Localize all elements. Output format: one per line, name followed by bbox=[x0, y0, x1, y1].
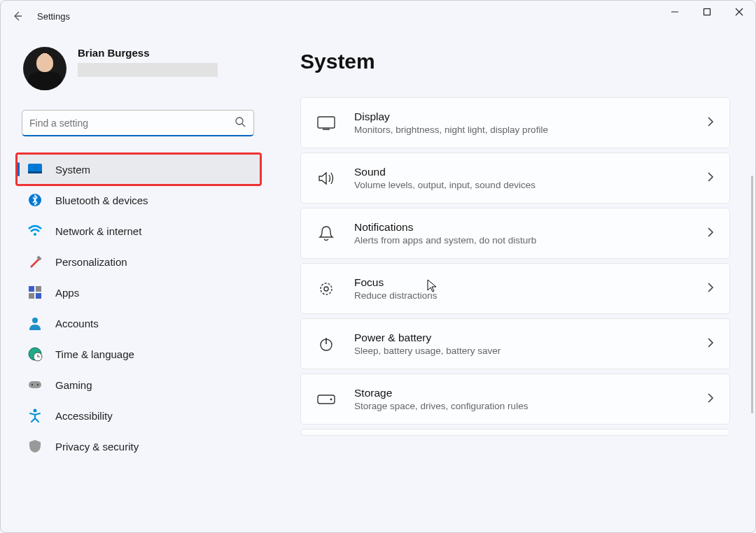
profile-email-redacted bbox=[78, 63, 218, 77]
sidebar-item-accessibility[interactable]: Accessibility bbox=[18, 401, 260, 430]
maximize-button[interactable] bbox=[691, 1, 723, 23]
svg-point-19 bbox=[34, 409, 37, 413]
bell-icon bbox=[316, 224, 336, 243]
avatar bbox=[23, 47, 66, 90]
maximize-icon bbox=[703, 8, 711, 16]
sound-icon bbox=[316, 169, 336, 188]
svg-point-7 bbox=[34, 233, 36, 236]
sidebar-item-label: Bluetooth & devices bbox=[55, 194, 148, 206]
profile-name: Brian Burgess bbox=[78, 47, 218, 59]
chevron-right-icon bbox=[707, 282, 714, 296]
display-icon bbox=[316, 113, 336, 133]
close-button[interactable] bbox=[723, 1, 755, 23]
sidebar-item-apps[interactable]: Apps bbox=[18, 278, 260, 307]
svg-point-18 bbox=[37, 384, 38, 385]
settings-card-focus[interactable]: Focus Reduce distractions bbox=[300, 263, 730, 314]
sidebar-item-label: Time & language bbox=[55, 348, 134, 360]
card-subtitle: Alerts from apps and system, do not dist… bbox=[354, 235, 689, 246]
card-subtitle: Volume levels, output, input, sound devi… bbox=[354, 180, 689, 190]
sidebar-item-label: Apps bbox=[55, 287, 79, 299]
sidebar-item-gaming[interactable]: Gaming bbox=[18, 370, 260, 399]
svg-line-3 bbox=[242, 124, 245, 127]
back-arrow-icon bbox=[12, 10, 23, 22]
card-subtitle: Sleep, battery usage, battery saver bbox=[354, 346, 689, 356]
chevron-right-icon bbox=[707, 337, 714, 351]
settings-card-display[interactable]: Display Monitors, brightness, night ligh… bbox=[300, 97, 730, 148]
sidebar-item-personalization[interactable]: Personalization bbox=[18, 247, 260, 276]
wifi-icon bbox=[27, 223, 43, 239]
shield-icon bbox=[27, 439, 43, 454]
sidebar-item-label: Accounts bbox=[55, 318, 99, 329]
svg-rect-20 bbox=[318, 117, 335, 128]
apps-icon bbox=[27, 285, 43, 300]
brush-icon bbox=[27, 254, 43, 269]
minimize-icon bbox=[671, 8, 679, 16]
sidebar-item-label: Personalization bbox=[55, 256, 127, 268]
search-icon bbox=[234, 116, 246, 130]
back-button[interactable] bbox=[6, 5, 29, 27]
settings-card-power[interactable]: Power & battery Sleep, battery usage, ba… bbox=[300, 318, 730, 369]
sidebar-item-label: System bbox=[55, 164, 90, 176]
sidebar-item-network[interactable]: Network & internet bbox=[18, 216, 260, 246]
card-title: Storage bbox=[354, 387, 689, 399]
card-subtitle: Monitors, brightness, night light, displ… bbox=[354, 125, 689, 135]
sidebar-item-accounts[interactable]: Accounts bbox=[18, 308, 260, 338]
svg-rect-12 bbox=[36, 293, 41, 299]
sidebar-item-system[interactable]: System bbox=[18, 155, 260, 184]
focus-icon bbox=[316, 279, 336, 299]
svg-point-17 bbox=[31, 384, 33, 385]
svg-point-27 bbox=[330, 398, 332, 400]
sidebar-item-label: Accessibility bbox=[55, 410, 113, 422]
sidebar-item-time-language[interactable]: Time & language bbox=[18, 339, 260, 369]
card-title: Sound bbox=[354, 166, 689, 178]
chevron-right-icon bbox=[707, 227, 714, 241]
gamepad-icon bbox=[27, 377, 43, 392]
system-icon bbox=[27, 162, 43, 177]
sidebar-item-label: Privacy & security bbox=[55, 441, 139, 453]
card-subtitle: Reduce distractions bbox=[354, 290, 689, 301]
settings-card-storage[interactable]: Storage Storage space, drives, configura… bbox=[300, 374, 730, 425]
window-title: Settings bbox=[37, 11, 70, 22]
card-subtitle: Storage space, drives, configuration rul… bbox=[354, 401, 689, 411]
svg-rect-9 bbox=[29, 286, 34, 292]
bluetooth-icon bbox=[27, 192, 43, 208]
svg-rect-10 bbox=[36, 286, 41, 292]
sidebar-item-label: Network & internet bbox=[55, 225, 141, 237]
svg-point-23 bbox=[324, 287, 328, 291]
svg-point-22 bbox=[321, 283, 332, 294]
scrollbar[interactable] bbox=[751, 176, 753, 413]
close-icon bbox=[735, 8, 743, 16]
card-title: Display bbox=[354, 111, 689, 123]
person-icon bbox=[27, 315, 43, 331]
power-icon bbox=[316, 334, 336, 354]
chevron-right-icon bbox=[707, 392, 714, 406]
sidebar-item-privacy[interactable]: Privacy & security bbox=[18, 432, 260, 461]
svg-point-13 bbox=[32, 318, 38, 323]
user-profile[interactable]: Brian Burgess bbox=[23, 47, 260, 90]
settings-card-sound[interactable]: Sound Volume levels, output, input, soun… bbox=[300, 152, 730, 204]
card-title: Focus bbox=[354, 276, 689, 289]
svg-rect-11 bbox=[29, 293, 34, 299]
svg-rect-5 bbox=[28, 171, 42, 173]
chevron-right-icon bbox=[707, 116, 714, 130]
storage-icon bbox=[316, 390, 336, 409]
minimize-button[interactable] bbox=[659, 1, 691, 23]
svg-rect-1 bbox=[704, 9, 710, 15]
page-title: System bbox=[300, 50, 730, 73]
svg-point-2 bbox=[236, 118, 243, 125]
search-input[interactable] bbox=[22, 110, 254, 136]
svg-rect-16 bbox=[29, 381, 41, 388]
card-title: Power & battery bbox=[354, 332, 689, 344]
sidebar-item-bluetooth[interactable]: Bluetooth & devices bbox=[18, 185, 260, 215]
accessibility-icon bbox=[27, 408, 43, 423]
settings-card-partial[interactable] bbox=[300, 429, 730, 436]
sidebar-item-label: Gaming bbox=[55, 379, 92, 391]
globe-clock-icon bbox=[27, 346, 43, 362]
settings-card-notifications[interactable]: Notifications Alerts from apps and syste… bbox=[300, 208, 730, 259]
card-title: Notifications bbox=[354, 221, 689, 234]
chevron-right-icon bbox=[707, 171, 714, 185]
